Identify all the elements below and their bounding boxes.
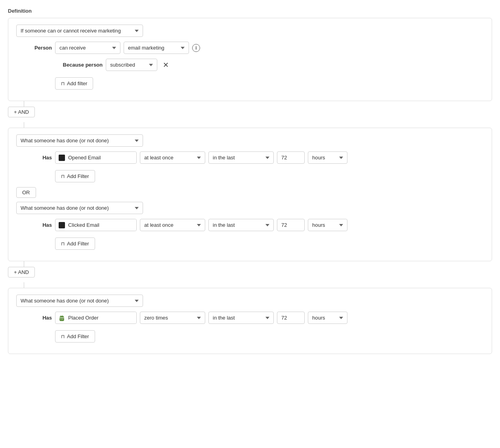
subscribed-select[interactable]: subscribed unsubscribed [106,59,157,71]
has-label-1: Has [16,155,52,161]
add-filter-label-2: Add Filter [67,173,89,179]
event-select-3[interactable]: Placed Order Opened Email Clicked Email [65,312,136,324]
marketing-type-select[interactable]: email marketing sms marketing [124,42,189,54]
or-button[interactable]: OR [16,187,36,198]
person-row: Person can receive cannot receive email … [16,42,484,54]
type-selector-row-3: What someone has done (or not done) If s… [16,295,484,307]
event-select-2[interactable]: Clicked Email Opened Email Placed Order [65,219,136,231]
add-filter-button-1[interactable]: ⊓ Add filter [55,77,93,90]
add-filter-row-4: ⊓ Add Filter [55,329,484,343]
frequency-select-3[interactable]: zero times at least once exactly at leas… [140,312,205,324]
clicked-email-icon [59,222,65,228]
sub-block-clicked: What someone has done (or not done) If s… [16,202,484,250]
and-connector-row-1: + AND [8,107,492,117]
and-connector-row-2: + AND [8,267,492,278]
condition-block-2: What someone has done (or not done) If s… [8,128,492,261]
add-filter-row-1: ⊓ Add filter [55,76,484,90]
or-connector-row: OR [16,187,484,198]
svg-point-0 [61,319,61,320]
condition-type-select-2[interactable]: What someone has done (or not done) If s… [16,134,143,147]
condition-block-1: If someone can or cannot receive marketi… [8,18,492,101]
add-filter-button-3[interactable]: ⊓ Add Filter [55,237,95,250]
because-label: Because person [55,62,103,68]
condition-block-3: What someone has done (or not done) If s… [8,288,492,354]
add-filter-label-3: Add Filter [67,241,89,247]
vertical-line-4 [24,282,24,288]
unit-select-1[interactable]: hours days weeks months [308,151,347,164]
event-select-1[interactable]: Opened Email Clicked Email Placed Order [65,152,136,163]
and-button-2[interactable]: + AND [8,267,35,278]
condition-type-select-sub[interactable]: What someone has done (or not done) If s… [16,202,143,214]
and-button-1[interactable]: + AND [8,107,35,117]
can-receive-select[interactable]: can receive cannot receive [55,42,120,54]
add-filter-row-3: ⊓ Add Filter [55,236,484,250]
add-filter-label-4: Add Filter [67,333,89,339]
hours-input-2[interactable] [277,219,305,231]
vertical-line-2 [24,122,24,128]
type-selector-row-1: If someone can or cannot receive marketi… [16,25,484,37]
vertical-line-3 [24,261,24,267]
remove-because-button[interactable]: ✕ [160,61,171,69]
hours-input-3[interactable] [277,312,305,324]
type-selector-row-2: What someone has done (or not done) If s… [16,134,484,147]
vertical-line-1 [24,101,24,107]
hours-input-1[interactable] [277,151,305,164]
condition-type-select-3[interactable]: What someone has done (or not done) If s… [16,295,143,307]
frequency-select-1[interactable]: at least once zero times exactly at leas… [140,151,205,164]
has-row-3: Has Placed Order Opened Email Clicked Em… [16,312,484,324]
add-filter-label-1: Add filter [67,80,87,86]
info-icon: i [192,44,200,52]
unit-select-3[interactable]: hours days weeks months [308,312,347,324]
frequency-select-2[interactable]: at least once zero times exactly at leas… [140,219,205,231]
add-filter-button-4[interactable]: ⊓ Add Filter [55,330,95,343]
has-row-1: Has Opened Email Clicked Email Placed Or… [16,151,484,164]
condition-type-select-1[interactable]: If someone can or cannot receive marketi… [16,25,143,37]
filter-icon-4: ⊓ [61,334,65,339]
filter-icon-2: ⊓ [61,174,65,179]
unit-select-2[interactable]: hours days weeks months [308,219,347,231]
has-label-3: Has [16,315,52,321]
opened-email-icon [59,155,65,161]
placed-order-icon [59,315,65,321]
type-selector-row-sub: What someone has done (or not done) If s… [16,202,484,214]
filter-icon-3: ⊓ [61,241,65,247]
because-person-row: Because person subscribed unsubscribed ✕ [55,59,484,71]
event-select-wrapper-2: Clicked Email Opened Email Placed Order [55,219,137,231]
time-select-3[interactable]: in the last over all time before after b… [208,312,274,324]
has-label-2: Has [16,222,52,228]
has-row-2: Has Clicked Email Opened Email Placed Or… [16,219,484,231]
person-label: Person [16,45,52,51]
svg-point-1 [62,319,63,320]
event-select-wrapper-3: Placed Order Opened Email Clicked Email [55,312,137,324]
event-select-wrapper-1: Opened Email Clicked Email Placed Order [55,151,137,164]
add-filter-row-2: ⊓ Add Filter [55,168,484,182]
time-select-2[interactable]: in the last over all time before after b… [208,219,274,231]
time-select-1[interactable]: in the last over all time before after b… [208,151,274,164]
add-filter-button-2[interactable]: ⊓ Add Filter [55,170,95,182]
section-title: Definition [8,8,492,14]
filter-icon-1: ⊓ [61,81,65,86]
